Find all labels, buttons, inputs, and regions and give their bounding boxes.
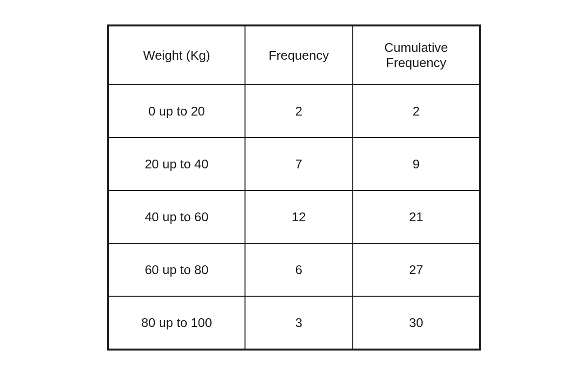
cell-frequency: 3 <box>245 296 353 349</box>
cell-cumulative: 9 <box>353 138 480 190</box>
cell-frequency: 6 <box>245 243 353 296</box>
cell-cumulative: 27 <box>353 243 480 296</box>
header-frequency: Frequency <box>245 26 353 85</box>
cell-weight: 60 up to 80 <box>108 243 245 296</box>
cell-weight: 40 up to 60 <box>108 190 245 243</box>
cell-frequency: 12 <box>245 190 353 243</box>
header-cumulative-frequency: CumulativeFrequency <box>353 26 480 85</box>
table-row: 40 up to 601221 <box>108 190 480 243</box>
table-row: 0 up to 2022 <box>108 85 480 138</box>
table-row: 80 up to 100330 <box>108 296 480 349</box>
cell-weight: 20 up to 40 <box>108 138 245 190</box>
table-row: 20 up to 4079 <box>108 138 480 190</box>
header-weight: Weight (Kg) <box>108 26 245 85</box>
frequency-table: Weight (Kg) Frequency CumulativeFrequenc… <box>107 24 481 351</box>
cell-frequency: 2 <box>245 85 353 138</box>
cell-weight: 0 up to 20 <box>108 85 245 138</box>
cell-cumulative: 30 <box>353 296 480 349</box>
cell-cumulative: 2 <box>353 85 480 138</box>
table-row: 60 up to 80627 <box>108 243 480 296</box>
cell-frequency: 7 <box>245 138 353 190</box>
cell-cumulative: 21 <box>353 190 480 243</box>
cell-weight: 80 up to 100 <box>108 296 245 349</box>
